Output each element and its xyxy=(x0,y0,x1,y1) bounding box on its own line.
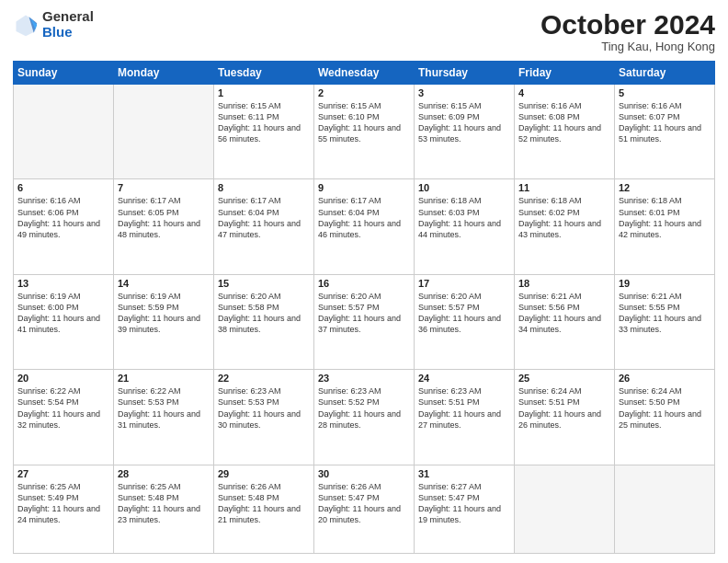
calendar-cell: 16Sunrise: 6:20 AM Sunset: 5:57 PM Dayli… xyxy=(314,274,415,369)
calendar-cell: 20Sunrise: 6:22 AM Sunset: 5:54 PM Dayli… xyxy=(14,370,114,465)
day-header-saturday: Saturday xyxy=(615,62,715,85)
calendar-table: SundayMondayTuesdayWednesdayThursdayFrid… xyxy=(13,61,715,554)
cell-info: Sunrise: 6:15 AM Sunset: 6:10 PM Dayligh… xyxy=(318,100,410,145)
calendar-body: 1Sunrise: 6:15 AM Sunset: 6:11 PM Daylig… xyxy=(14,85,715,554)
day-number: 7 xyxy=(118,182,210,193)
day-number: 20 xyxy=(17,373,109,384)
calendar-week-row: 20Sunrise: 6:22 AM Sunset: 5:54 PM Dayli… xyxy=(14,370,715,465)
cell-info: Sunrise: 6:24 AM Sunset: 5:50 PM Dayligh… xyxy=(619,385,711,431)
calendar-cell: 21Sunrise: 6:22 AM Sunset: 5:53 PM Dayli… xyxy=(114,370,214,465)
cell-info: Sunrise: 6:15 AM Sunset: 6:11 PM Dayligh… xyxy=(218,100,310,145)
calendar-week-row: 6Sunrise: 6:16 AM Sunset: 6:06 PM Daylig… xyxy=(14,179,715,274)
calendar-cell: 15Sunrise: 6:20 AM Sunset: 5:58 PM Dayli… xyxy=(214,274,314,369)
calendar-cell xyxy=(14,85,114,179)
cell-info: Sunrise: 6:17 AM Sunset: 6:05 PM Dayligh… xyxy=(118,195,210,240)
cell-info: Sunrise: 6:25 AM Sunset: 5:49 PM Dayligh… xyxy=(17,481,109,526)
cell-info: Sunrise: 6:20 AM Sunset: 5:58 PM Dayligh… xyxy=(218,291,310,336)
calendar-cell: 19Sunrise: 6:21 AM Sunset: 5:55 PM Dayli… xyxy=(615,274,715,369)
day-number: 14 xyxy=(118,278,210,289)
day-header-wednesday: Wednesday xyxy=(314,62,415,85)
day-number: 11 xyxy=(518,182,610,193)
calendar-cell: 26Sunrise: 6:24 AM Sunset: 5:50 PM Dayli… xyxy=(615,370,715,465)
cell-info: Sunrise: 6:18 AM Sunset: 6:03 PM Dayligh… xyxy=(418,195,510,240)
day-number: 30 xyxy=(318,468,410,479)
day-number: 2 xyxy=(318,87,410,98)
logo-general: General xyxy=(42,8,94,24)
month-title: October 2024 xyxy=(540,9,715,40)
cell-info: Sunrise: 6:18 AM Sunset: 6:01 PM Dayligh… xyxy=(619,195,711,240)
calendar-cell: 25Sunrise: 6:24 AM Sunset: 5:51 PM Dayli… xyxy=(515,370,615,465)
calendar-cell: 4Sunrise: 6:16 AM Sunset: 6:08 PM Daylig… xyxy=(515,85,615,179)
day-number: 28 xyxy=(118,468,210,479)
day-number: 21 xyxy=(118,373,210,384)
calendar-cell: 31Sunrise: 6:27 AM Sunset: 5:47 PM Dayli… xyxy=(415,465,515,553)
day-number: 15 xyxy=(218,278,310,289)
calendar-cell: 22Sunrise: 6:23 AM Sunset: 5:53 PM Dayli… xyxy=(214,370,314,465)
calendar-cell: 11Sunrise: 6:18 AM Sunset: 6:02 PM Dayli… xyxy=(515,179,615,274)
calendar-cell: 6Sunrise: 6:16 AM Sunset: 6:06 PM Daylig… xyxy=(14,179,114,274)
cell-info: Sunrise: 6:23 AM Sunset: 5:52 PM Dayligh… xyxy=(318,385,410,431)
cell-info: Sunrise: 6:17 AM Sunset: 6:04 PM Dayligh… xyxy=(218,195,310,240)
day-number: 19 xyxy=(619,278,711,289)
day-number: 23 xyxy=(318,373,410,384)
calendar-cell: 18Sunrise: 6:21 AM Sunset: 5:56 PM Dayli… xyxy=(515,274,615,369)
logo: General Blue xyxy=(13,9,94,40)
calendar-cell: 10Sunrise: 6:18 AM Sunset: 6:03 PM Dayli… xyxy=(415,179,515,274)
day-number: 1 xyxy=(218,87,310,98)
cell-info: Sunrise: 6:15 AM Sunset: 6:09 PM Dayligh… xyxy=(418,100,510,145)
logo-icon xyxy=(13,12,39,38)
day-number: 5 xyxy=(619,87,711,98)
calendar-cell: 23Sunrise: 6:23 AM Sunset: 5:52 PM Dayli… xyxy=(314,370,415,465)
cell-info: Sunrise: 6:16 AM Sunset: 6:08 PM Dayligh… xyxy=(518,100,610,145)
cell-info: Sunrise: 6:23 AM Sunset: 5:51 PM Dayligh… xyxy=(418,385,510,431)
logo-blue: Blue xyxy=(42,24,73,40)
day-number: 6 xyxy=(17,182,109,193)
day-header-monday: Monday xyxy=(114,62,214,85)
cell-info: Sunrise: 6:16 AM Sunset: 6:06 PM Dayligh… xyxy=(17,195,109,240)
calendar-cell xyxy=(615,465,715,553)
day-header-friday: Friday xyxy=(515,62,615,85)
cell-info: Sunrise: 6:26 AM Sunset: 5:48 PM Dayligh… xyxy=(218,481,310,526)
cell-info: Sunrise: 6:22 AM Sunset: 5:53 PM Dayligh… xyxy=(118,385,210,431)
day-number: 12 xyxy=(619,182,711,193)
day-number: 3 xyxy=(418,87,510,98)
day-header-sunday: Sunday xyxy=(14,62,114,85)
day-number: 9 xyxy=(318,182,410,193)
day-number: 31 xyxy=(418,468,510,479)
calendar-header-row: SundayMondayTuesdayWednesdayThursdayFrid… xyxy=(14,62,715,85)
cell-info: Sunrise: 6:19 AM Sunset: 5:59 PM Dayligh… xyxy=(118,291,210,336)
calendar-cell: 9Sunrise: 6:17 AM Sunset: 6:04 PM Daylig… xyxy=(314,179,415,274)
day-number: 4 xyxy=(518,87,610,98)
calendar-cell xyxy=(515,465,615,553)
day-number: 27 xyxy=(17,468,109,479)
header: General Blue October 2024 Ting Kau, Hong… xyxy=(13,9,715,53)
title-block: October 2024 Ting Kau, Hong Kong xyxy=(540,9,715,53)
calendar-cell: 13Sunrise: 6:19 AM Sunset: 6:00 PM Dayli… xyxy=(14,274,114,369)
calendar-week-row: 1Sunrise: 6:15 AM Sunset: 6:11 PM Daylig… xyxy=(14,85,715,179)
calendar-cell: 3Sunrise: 6:15 AM Sunset: 6:09 PM Daylig… xyxy=(415,85,515,179)
day-number: 13 xyxy=(17,278,109,289)
calendar-cell: 30Sunrise: 6:26 AM Sunset: 5:47 PM Dayli… xyxy=(314,465,415,553)
day-number: 25 xyxy=(518,373,610,384)
calendar-week-row: 27Sunrise: 6:25 AM Sunset: 5:49 PM Dayli… xyxy=(14,465,715,553)
calendar-cell: 14Sunrise: 6:19 AM Sunset: 5:59 PM Dayli… xyxy=(114,274,214,369)
cell-info: Sunrise: 6:18 AM Sunset: 6:02 PM Dayligh… xyxy=(518,195,610,240)
day-number: 8 xyxy=(218,182,310,193)
day-header-tuesday: Tuesday xyxy=(214,62,314,85)
cell-info: Sunrise: 6:26 AM Sunset: 5:47 PM Dayligh… xyxy=(318,481,410,526)
calendar-cell: 29Sunrise: 6:26 AM Sunset: 5:48 PM Dayli… xyxy=(214,465,314,553)
cell-info: Sunrise: 6:23 AM Sunset: 5:53 PM Dayligh… xyxy=(218,385,310,431)
day-number: 17 xyxy=(418,278,510,289)
calendar-cell: 2Sunrise: 6:15 AM Sunset: 6:10 PM Daylig… xyxy=(314,85,415,179)
day-number: 29 xyxy=(218,468,310,479)
cell-info: Sunrise: 6:21 AM Sunset: 5:55 PM Dayligh… xyxy=(619,291,711,336)
cell-info: Sunrise: 6:20 AM Sunset: 5:57 PM Dayligh… xyxy=(418,291,510,336)
cell-info: Sunrise: 6:20 AM Sunset: 5:57 PM Dayligh… xyxy=(318,291,410,336)
calendar-cell: 28Sunrise: 6:25 AM Sunset: 5:48 PM Dayli… xyxy=(114,465,214,553)
cell-info: Sunrise: 6:19 AM Sunset: 6:00 PM Dayligh… xyxy=(17,291,109,336)
cell-info: Sunrise: 6:17 AM Sunset: 6:04 PM Dayligh… xyxy=(318,195,410,240)
calendar-cell: 27Sunrise: 6:25 AM Sunset: 5:49 PM Dayli… xyxy=(14,465,114,553)
calendar-cell: 1Sunrise: 6:15 AM Sunset: 6:11 PM Daylig… xyxy=(214,85,314,179)
cell-info: Sunrise: 6:22 AM Sunset: 5:54 PM Dayligh… xyxy=(17,385,109,431)
calendar-cell: 12Sunrise: 6:18 AM Sunset: 6:01 PM Dayli… xyxy=(615,179,715,274)
